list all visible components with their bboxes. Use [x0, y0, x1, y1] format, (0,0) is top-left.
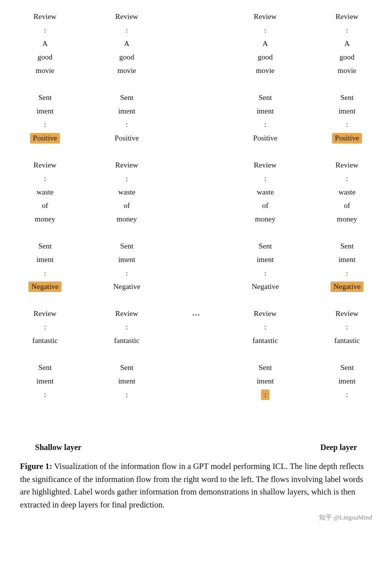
col-item: money — [322, 212, 372, 226]
col-item: Review — [322, 10, 372, 24]
col-item: waste — [322, 186, 372, 199]
col-item — [102, 348, 152, 361]
col-item: Sent — [322, 240, 372, 253]
highlighted-label: Negative — [330, 282, 364, 292]
col-item: Review — [102, 307, 152, 320]
diagram-area: Review:Agoodmovie Sentiment:Positive Rev… — [15, 10, 377, 440]
col-item: : — [20, 172, 70, 186]
col-item — [20, 226, 70, 240]
col-item: iment — [20, 104, 70, 118]
col-item: Review — [240, 307, 290, 320]
col-item: : — [240, 24, 290, 37]
col-item: Negative — [20, 280, 70, 294]
col-item: : — [102, 266, 152, 280]
col-item: Sent — [322, 361, 372, 374]
col-item: Sent — [240, 91, 290, 104]
col-item: good — [322, 50, 372, 64]
col-item: A — [240, 37, 290, 50]
col-item: good — [102, 50, 152, 64]
figure-container: Review:Agoodmovie Sentiment:Positive Rev… — [0, 0, 392, 537]
col-item: : — [240, 266, 290, 280]
col-item: : — [102, 24, 152, 37]
col-item: of — [20, 199, 70, 212]
col-item — [240, 348, 290, 361]
col-item: : — [102, 172, 152, 186]
column-4: Review:Agoodmovie Sentiment:Positive Rev… — [322, 10, 372, 440]
col-item — [102, 78, 152, 91]
col-item: movie — [20, 64, 70, 78]
columns-wrapper: Review:Agoodmovie Sentiment:Positive Rev… — [15, 10, 377, 440]
col-item: : — [322, 172, 372, 186]
col-item: of — [322, 199, 372, 212]
figure-number: Figure 1: — [20, 462, 52, 471]
col-item: of — [102, 199, 152, 212]
col-item: good — [20, 50, 70, 64]
col-item: Review — [20, 158, 70, 172]
col-item: Review — [240, 158, 290, 172]
col-item: Positive — [240, 132, 290, 145]
col-item: money — [240, 212, 290, 226]
col-item — [20, 348, 70, 361]
col-item: : — [20, 24, 70, 37]
col-item: : — [240, 388, 290, 402]
col-item — [102, 226, 152, 240]
column-1: Review:Agoodmovie Sentiment:Positive Rev… — [20, 10, 70, 440]
col-item: iment — [102, 104, 152, 118]
col-item: Sent — [102, 91, 152, 104]
col-item: good — [240, 50, 290, 64]
caption-area: Figure 1: Visualization of the informati… — [15, 452, 377, 532]
caption-text: Figure 1: Visualization of the informati… — [20, 460, 372, 511]
col-item — [240, 78, 290, 91]
highlighted-label: Positive — [30, 133, 60, 144]
col-item: fantastic — [322, 334, 372, 348]
col-item: fantastic — [102, 334, 152, 348]
col-item: : — [322, 24, 372, 37]
col-item: : — [240, 118, 290, 132]
col-item — [322, 78, 372, 91]
col-item: : — [20, 320, 70, 334]
shallow-layer-label: Shallow layer — [35, 443, 82, 452]
col-item: Sent — [322, 91, 372, 104]
col-item: : — [20, 266, 70, 280]
col-item: : — [20, 388, 70, 402]
col-item — [322, 294, 372, 307]
col-item: iment — [322, 104, 372, 118]
col-item: fantastic — [20, 334, 70, 348]
col-item: Sent — [20, 91, 70, 104]
col-item: Negative — [322, 280, 372, 294]
col-item — [322, 145, 372, 158]
col-item: iment — [102, 253, 152, 266]
col-item: Review — [20, 307, 70, 320]
caption-footer: 知乎 @LinguaMind — [20, 513, 372, 522]
col-item: Negative — [240, 280, 290, 294]
col-item — [322, 348, 372, 361]
col-item: Sent — [102, 361, 152, 374]
highlighted-label: : — [261, 390, 269, 400]
col-item: waste — [20, 186, 70, 199]
axis-labels: Shallow layer Deep layer — [15, 440, 377, 452]
col-item: iment — [240, 253, 290, 266]
col-item: Review — [322, 158, 372, 172]
col-item — [20, 78, 70, 91]
col-item — [240, 294, 290, 307]
col-item: waste — [102, 186, 152, 199]
col-item: Positive — [20, 132, 70, 145]
col-item — [20, 145, 70, 158]
col-item: Review — [102, 10, 152, 24]
col-item: Sent — [102, 240, 152, 253]
dots-separator: ··· — [184, 10, 208, 440]
col-item: iment — [322, 374, 372, 388]
col-item: : — [322, 320, 372, 334]
col-item: money — [20, 212, 70, 226]
col-item: : — [322, 266, 372, 280]
col-item: : — [102, 118, 152, 132]
col-item: A — [102, 37, 152, 50]
highlighted-label: Positive — [332, 133, 362, 144]
col-item: A — [322, 37, 372, 50]
col-item: fantastic — [240, 334, 290, 348]
col-item — [102, 294, 152, 307]
col-item: of — [240, 199, 290, 212]
col-item: : — [240, 172, 290, 186]
col-item: : — [322, 388, 372, 402]
col-item — [322, 226, 372, 240]
